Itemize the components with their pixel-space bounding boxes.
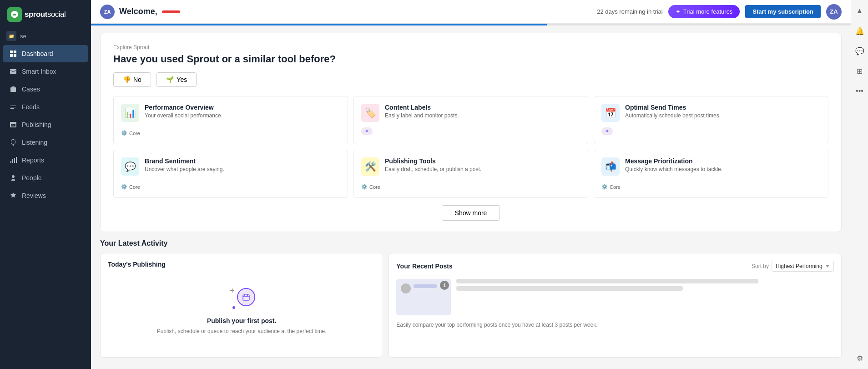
svg-rect-1 bbox=[10, 51, 13, 53]
post-preview: 1 bbox=[396, 279, 834, 315]
thumbs-down-icon: 👎 bbox=[123, 76, 131, 83]
scroll-up-icon[interactable]: ▲ bbox=[853, 5, 866, 17]
sidebar-item-publishing[interactable]: Publishing bbox=[3, 116, 88, 133]
sort-select[interactable]: Highest Performing Most Recent Oldest Fi… bbox=[772, 261, 834, 272]
topbar-right: 22 days remaining in trial ✦ Trial more … bbox=[597, 4, 842, 20]
no-label: No bbox=[133, 76, 141, 83]
feature-title: Message Prioritization bbox=[625, 157, 722, 165]
core-badge: ⚙️ Core bbox=[121, 130, 140, 136]
publish-icon-area: + bbox=[228, 284, 255, 312]
publish-empty-desc: Publish, schedule or queue to reach your… bbox=[157, 327, 327, 335]
activity-section: Your Latest Activity Today's Publishing … bbox=[100, 239, 842, 358]
trial-remaining-text: 22 days remaining in trial bbox=[597, 8, 663, 15]
publish-dot bbox=[232, 306, 235, 309]
sidebar-item-cases-label: Cases bbox=[22, 86, 40, 93]
activity-grid: Today's Publishing + Publish your first … bbox=[100, 253, 842, 358]
publishing-icon bbox=[9, 121, 17, 129]
activity-section-title: Your Latest Activity bbox=[100, 239, 842, 248]
progress-bar bbox=[91, 24, 851, 25]
explore-title: Have you used Sprout or a similar tool b… bbox=[113, 53, 828, 65]
sidebar-item-reviews[interactable]: Reviews bbox=[3, 187, 88, 204]
performance-overview-icon: 📊 bbox=[121, 104, 139, 122]
inbox-icon bbox=[9, 67, 17, 76]
feature-title: Publishing Tools bbox=[385, 157, 481, 165]
main-content: ZA Welcome, 22 days remaining in trial ✦… bbox=[91, 0, 851, 369]
feature-desc: Automatically schedule best post times. bbox=[625, 112, 721, 119]
brand-sentiment-icon: 💬 bbox=[121, 157, 139, 176]
content-labels-icon: 🏷️ bbox=[361, 104, 379, 122]
explore-card: Explore Sprout Have you used Sprout or a… bbox=[100, 33, 842, 232]
trial-features-button[interactable]: ✦ Trial more features bbox=[668, 5, 740, 18]
feature-card-optimal-send-times[interactable]: 📅 Optimal Send Times Automatically sched… bbox=[594, 96, 828, 144]
feature-info: Publishing Tools Easily draft, schedule,… bbox=[385, 157, 481, 172]
start-subscription-button[interactable]: Start my subscription bbox=[745, 5, 821, 18]
chat-icon[interactable]: 💬 bbox=[853, 45, 866, 57]
workspace-selector[interactable]: 📁 se bbox=[0, 27, 91, 45]
feature-title: Content Labels bbox=[385, 104, 459, 111]
listening-icon bbox=[9, 138, 17, 147]
svg-rect-2 bbox=[14, 51, 16, 53]
sidebar-item-listening[interactable]: Listening bbox=[3, 134, 88, 151]
no-button[interactable]: 👎 No bbox=[113, 72, 151, 87]
premium-sparkle-icon: ✦ bbox=[365, 128, 369, 134]
feature-card-message-prioritization[interactable]: 📬 Message Prioritization Quickly know wh… bbox=[594, 150, 828, 198]
icon-rail: ▲ 🔔 💬 ⊞ ••• ⚙ bbox=[851, 0, 868, 369]
sidebar-item-publishing-label: Publishing bbox=[22, 121, 51, 128]
sidebar-item-people[interactable]: People bbox=[3, 169, 88, 187]
recent-posts-title: Your Recent Posts bbox=[396, 263, 452, 270]
core-badge: ⚙️ Core bbox=[121, 184, 140, 190]
sidebar-item-feeds[interactable]: Feeds bbox=[3, 98, 88, 116]
sort-container: Sort by Highest Performing Most Recent O… bbox=[752, 261, 834, 272]
feature-card-performance-overview[interactable]: 📊 Performance Overview Your overall soci… bbox=[113, 96, 348, 144]
message-prioritization-icon: 📬 bbox=[601, 157, 620, 176]
core-icon: ⚙️ bbox=[121, 130, 127, 136]
workspace-icon: 📁 bbox=[6, 31, 16, 41]
optimal-send-times-icon: 📅 bbox=[601, 104, 620, 122]
svg-rect-4 bbox=[14, 54, 16, 57]
settings-icon[interactable]: ⚙ bbox=[853, 352, 866, 364]
sidebar-item-reports[interactable]: Reports bbox=[3, 152, 88, 169]
sidebar-item-reports-label: Reports bbox=[22, 157, 44, 164]
feature-card-brand-sentiment[interactable]: 💬 Brand Sentiment Uncover what people ar… bbox=[113, 150, 348, 198]
user-avatar-small: ZA bbox=[100, 5, 115, 19]
reviews-icon bbox=[9, 192, 17, 200]
feature-info: Content Labels Easily label and monitor … bbox=[385, 104, 459, 119]
yes-button[interactable]: 🌱 Yes bbox=[156, 72, 197, 87]
people-icon bbox=[9, 174, 17, 182]
premium-badge: ✦ bbox=[361, 127, 373, 135]
sparkle-icon: ✦ bbox=[676, 8, 681, 15]
grid-icon[interactable]: ⊞ bbox=[853, 65, 866, 77]
sidebar: sproutsocial 📁 se Dashboard Smart Inbox … bbox=[0, 0, 91, 369]
show-more-container: Show more bbox=[113, 205, 828, 221]
show-more-button[interactable]: Show more bbox=[442, 205, 500, 221]
svg-rect-5 bbox=[243, 295, 249, 300]
sidebar-item-feeds-label: Feeds bbox=[22, 103, 40, 111]
content-area: Explore Sprout Have you used Sprout or a… bbox=[91, 24, 851, 369]
sidebar-item-smart-inbox[interactable]: Smart Inbox bbox=[3, 63, 88, 80]
more-options-icon[interactable]: ••• bbox=[853, 85, 866, 97]
post-avatar bbox=[401, 283, 411, 293]
recent-posts-card: Your Recent Posts Sort by Highest Perfor… bbox=[389, 253, 842, 358]
topbar-left: ZA Welcome, bbox=[100, 5, 180, 19]
sidebar-item-dashboard-label: Dashboard bbox=[22, 50, 53, 57]
post-line-2 bbox=[456, 286, 683, 291]
sort-by-label: Sort by bbox=[752, 263, 769, 269]
feature-desc: Easily label and monitor posts. bbox=[385, 112, 459, 119]
user-menu-avatar[interactable]: ZA bbox=[826, 4, 842, 20]
premium-sparkle-icon: ✦ bbox=[605, 128, 609, 134]
feature-info: Message Prioritization Quickly know whic… bbox=[625, 157, 722, 172]
notifications-icon[interactable]: 🔔 bbox=[853, 25, 866, 37]
calendar-icon bbox=[242, 293, 250, 301]
recent-posts-header: Your Recent Posts Sort by Highest Perfor… bbox=[396, 261, 834, 272]
feature-desc: Easily draft, schedule, or publish a pos… bbox=[385, 166, 481, 172]
feature-card-content-labels[interactable]: 🏷️ Content Labels Easily label and monit… bbox=[353, 96, 588, 144]
feature-card-publishing-tools[interactable]: 🛠️ Publishing Tools Easily draft, schedu… bbox=[353, 150, 588, 198]
logo-area: sproutsocial bbox=[0, 0, 91, 27]
dashboard-icon bbox=[9, 50, 17, 58]
sidebar-item-reviews-label: Reviews bbox=[22, 192, 46, 199]
sidebar-item-cases[interactable]: Cases bbox=[3, 81, 88, 98]
feature-desc: Your overall social performance. bbox=[145, 112, 222, 119]
publishing-tools-icon: 🛠️ bbox=[361, 157, 379, 176]
sidebar-item-smart-inbox-label: Smart Inbox bbox=[22, 68, 56, 75]
sidebar-item-dashboard[interactable]: Dashboard bbox=[3, 45, 88, 62]
